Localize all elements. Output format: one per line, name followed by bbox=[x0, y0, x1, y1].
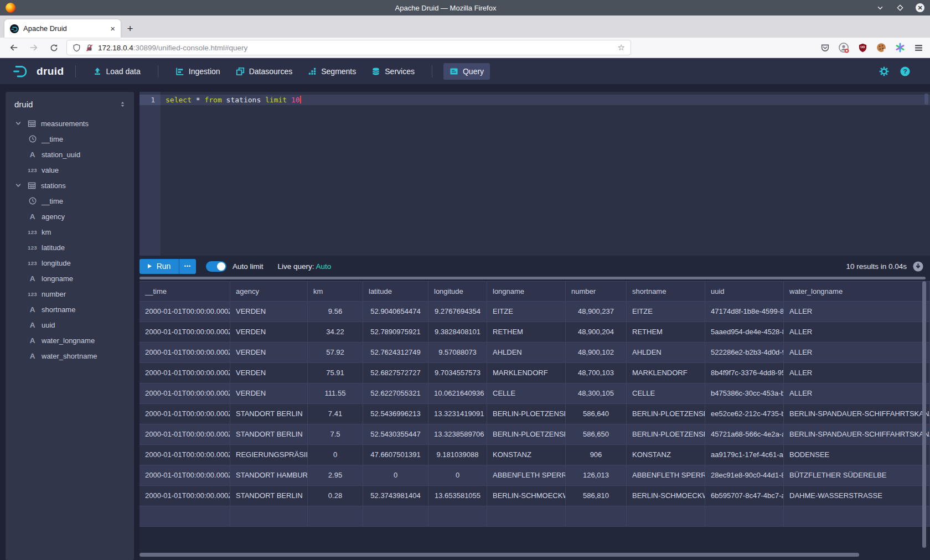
help-icon[interactable]: ? bbox=[900, 66, 910, 76]
tree-column-shortname[interactable]: Ashortname bbox=[6, 302, 134, 317]
reload-button[interactable] bbox=[46, 40, 61, 55]
new-tab-button[interactable]: + bbox=[121, 19, 140, 38]
window-minimize-icon[interactable] bbox=[876, 3, 885, 12]
vertical-scrollbar[interactable] bbox=[922, 281, 926, 548]
sql-query-line[interactable]: select * from stations limit 10 bbox=[161, 95, 930, 105]
tree-column-label: __time bbox=[42, 135, 63, 143]
table-cell: 28ec91e8-90c0-44d1-8f bbox=[705, 465, 784, 486]
caret-down-icon[interactable] bbox=[13, 120, 23, 127]
nav-item-ingestion[interactable]: Ingestion bbox=[169, 63, 226, 80]
tree-table-label: measurements bbox=[41, 120, 89, 128]
window-close-icon[interactable]: ✕ bbox=[916, 3, 924, 12]
ingestion-icon bbox=[175, 67, 184, 76]
run-more-button[interactable]: ••• bbox=[179, 259, 196, 274]
tree-column-__time[interactable]: __time bbox=[6, 131, 134, 147]
tree-column-longname[interactable]: Alongname bbox=[6, 271, 134, 286]
table-cell: 13.653581055 bbox=[428, 486, 487, 506]
sql-token-plain bbox=[287, 96, 291, 104]
column-header-longitude[interactable]: longitude bbox=[428, 281, 487, 302]
window-maximize-icon[interactable] bbox=[896, 3, 905, 12]
table-cell: aa9179c1-17ef-4c61-a4 bbox=[705, 445, 784, 465]
column-header-agency[interactable]: agency bbox=[230, 281, 308, 302]
download-icon[interactable] bbox=[913, 261, 923, 272]
table-row: 2000-01-01T00:00:00.000ZSTANDORT HAMBURG… bbox=[140, 465, 930, 486]
table-cell: b475386c-30cc-453a-b3 bbox=[705, 383, 784, 404]
pane-resize-handle[interactable] bbox=[140, 277, 926, 279]
table-cell: 47174d8f-1b8e-4599-8a bbox=[705, 302, 784, 322]
nav-item-label: Load data bbox=[106, 67, 141, 76]
tree-column-station_uuid[interactable]: Astation_uuid bbox=[6, 147, 134, 162]
editor-scrollbar[interactable] bbox=[924, 94, 928, 105]
column-header-__time[interactable]: __time bbox=[140, 281, 230, 302]
tree-column-__time[interactable]: __time bbox=[6, 193, 134, 209]
tree-column-number[interactable]: 123number bbox=[6, 286, 134, 302]
table-cell: 9.3828408101 bbox=[428, 322, 487, 343]
sql-editor[interactable]: 1 select * from stations limit 10 bbox=[140, 92, 930, 256]
tree-column-water_longname[interactable]: Awater_longname bbox=[6, 333, 134, 348]
column-header-water_longname[interactable]: water_longname bbox=[784, 281, 930, 302]
column-header-longname[interactable]: longname bbox=[487, 281, 566, 302]
run-button-label: Run bbox=[157, 262, 171, 271]
table-cell: 2000-01-01T00:00:00.000Z bbox=[140, 302, 230, 322]
forward-button[interactable] bbox=[27, 40, 41, 55]
ublock-icon[interactable]: UO bbox=[858, 43, 867, 53]
druid-logo[interactable]: druid bbox=[12, 64, 64, 79]
tree-column-label: station_uuid bbox=[42, 151, 80, 159]
header-nav-mid: IngestionDatasourcesSegmentsServices bbox=[169, 63, 421, 80]
nav-item-segments[interactable]: Segments bbox=[302, 63, 362, 80]
column-header-latitude[interactable]: latitude bbox=[363, 281, 428, 302]
editor-code-area[interactable]: select * from stations limit 10 bbox=[161, 92, 930, 256]
insecure-lock-icon[interactable] bbox=[85, 44, 94, 52]
auto-limit-toggle[interactable] bbox=[206, 261, 226, 272]
column-header-km[interactable]: km bbox=[308, 281, 363, 302]
table-cell: 9.181039088 bbox=[428, 445, 487, 465]
window-title: Apache Druid — Mozilla Firefox bbox=[16, 4, 876, 12]
bookmark-star-icon[interactable]: ☆ bbox=[618, 43, 625, 53]
tree-column-value[interactable]: 123value bbox=[6, 162, 134, 178]
column-header-uuid[interactable]: uuid bbox=[705, 281, 784, 302]
url-text[interactable]: 172.18.0.4:30899/unified-console.html#qu… bbox=[98, 44, 613, 52]
back-button[interactable] bbox=[7, 40, 21, 55]
tree-column-km[interactable]: 123km bbox=[6, 224, 134, 240]
table-cell: ALLER bbox=[784, 383, 930, 404]
tree-column-water_shortname[interactable]: Awater_shortname bbox=[6, 348, 134, 364]
url-bar[interactable]: 172.18.0.4:30899/unified-console.html#qu… bbox=[66, 40, 631, 55]
nav-item-services[interactable]: Services bbox=[365, 63, 421, 80]
browser-tab-bar: Apache Druid × + bbox=[0, 15, 930, 38]
account-icon[interactable] bbox=[839, 43, 849, 53]
cookie-icon[interactable] bbox=[876, 43, 886, 53]
table-cell: ee52ce62-212c-4735-b4 bbox=[705, 404, 784, 424]
tree-column-agency[interactable]: Aagency bbox=[6, 209, 134, 224]
table-cell: 2000-01-01T00:00:00.000Z bbox=[140, 424, 230, 445]
extension-asterisk-icon[interactable] bbox=[895, 43, 905, 53]
browser-tab[interactable]: Apache Druid × bbox=[4, 19, 121, 38]
live-query-value[interactable]: Auto bbox=[316, 262, 332, 271]
header-separator bbox=[432, 65, 432, 77]
tree-table-measurements[interactable]: measurements bbox=[6, 116, 134, 131]
nav-item-datasources[interactable]: Datasources bbox=[230, 63, 299, 80]
settings-gear-icon[interactable] bbox=[879, 66, 889, 76]
menu-hamburger-icon[interactable] bbox=[914, 43, 923, 53]
table-cell: 522286e2-b2b3-4d0d-9a bbox=[705, 343, 784, 363]
firefox-logo-icon bbox=[6, 3, 16, 13]
caret-down-icon[interactable] bbox=[13, 182, 23, 189]
tree-column-longitude[interactable]: 123longitude bbox=[6, 255, 134, 271]
editor-gutter: 1 bbox=[140, 92, 161, 256]
table-cell: 10.0621640936 bbox=[428, 383, 487, 404]
shield-icon[interactable] bbox=[73, 44, 81, 52]
tree-column-uuid[interactable]: Auuid bbox=[6, 317, 134, 333]
column-header-number[interactable]: number bbox=[566, 281, 627, 302]
tree-column-latitude[interactable]: 123latitude bbox=[6, 240, 134, 255]
table-icon bbox=[27, 182, 37, 190]
tree-column-label: longitude bbox=[42, 259, 71, 267]
sort-double-caret-icon[interactable] bbox=[119, 101, 126, 108]
nav-item-query[interactable]: Query bbox=[443, 63, 490, 80]
tree-table-stations[interactable]: stations bbox=[6, 178, 134, 193]
run-button[interactable]: Run bbox=[140, 259, 179, 274]
pocket-icon[interactable] bbox=[820, 43, 830, 53]
table-row: 2000-01-01T00:00:00.000ZSTANDORT BERLIN0… bbox=[140, 486, 930, 506]
column-header-shortname[interactable]: shortname bbox=[627, 281, 705, 302]
tab-close-icon[interactable]: × bbox=[110, 24, 115, 33]
horizontal-scrollbar[interactable] bbox=[140, 553, 859, 557]
nav-item-load-data[interactable]: Load data bbox=[87, 63, 147, 80]
